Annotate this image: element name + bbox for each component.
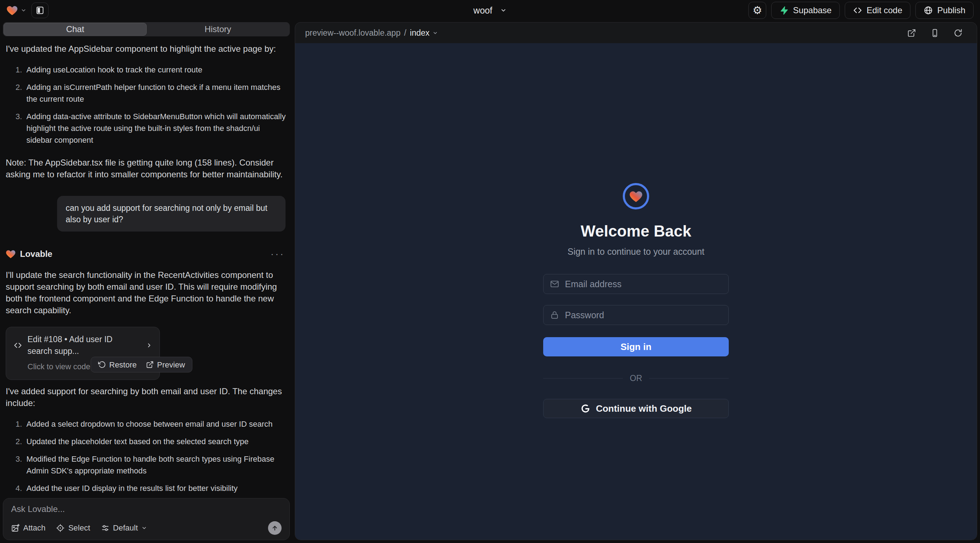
external-link-icon [146, 361, 154, 368]
preview-button[interactable]: Preview [146, 359, 185, 371]
select-label: Select [68, 523, 90, 533]
settings-button[interactable]: ⚙ [748, 2, 766, 19]
lovable-heart-icon [6, 249, 16, 259]
attach-label: Attach [23, 523, 45, 533]
code-icon [13, 341, 22, 349]
list-item: Updated the placeholder text based on th… [24, 436, 287, 448]
lock-icon [550, 310, 559, 320]
publish-button[interactable]: Publish [915, 2, 974, 19]
preview-url: preview--woof.lovable.app [305, 28, 401, 38]
top-bar: woof ⚙ Supabase Edit code Publish [0, 0, 980, 21]
chevron-down-icon [433, 30, 438, 36]
assistant-message-header: Lovable ··· [6, 248, 287, 260]
assistant-message-list: Adding useLocation hook to track the cur… [6, 64, 287, 146]
tab-history[interactable]: History [147, 23, 289, 36]
sliders-icon [101, 524, 110, 532]
select-button[interactable]: Select [56, 523, 90, 533]
page-subtitle: Sign in to continue to your account [568, 246, 705, 257]
assistant-message-body: I've added support for searching by both… [6, 385, 287, 409]
email-field[interactable] [543, 274, 729, 294]
supabase-label: Supabase [793, 5, 832, 15]
edit-card-toolbar: Restore Preview [91, 357, 192, 373]
chat-panel: Chat History I've updated the AppSidebar… [0, 21, 293, 543]
list-item: Adding useLocation hook to track the cur… [24, 64, 287, 76]
chat-history-tabs: Chat History [3, 22, 290, 37]
tab-history-label: History [205, 24, 231, 34]
mail-icon [550, 279, 559, 289]
list-item: Modified the Edge Function to handle bot… [24, 453, 287, 476]
assistant-message-note: Note: The AppSidebar.tsx file is getting… [6, 157, 287, 180]
assistant-message-intro: I'll update the search functionality in … [6, 269, 287, 316]
app-logo [623, 183, 649, 210]
chat-messages: I've updated the AppSidebar component to… [0, 39, 293, 494]
edit-code-label: Edit code [867, 5, 902, 15]
send-button[interactable] [268, 521, 282, 535]
image-plus-icon [11, 524, 20, 532]
panel-icon [35, 6, 45, 15]
google-label: Continue with Google [596, 403, 692, 414]
supabase-bolt-icon [780, 6, 789, 15]
list-item: Added a select dropdown to choose betwee… [24, 418, 287, 430]
page-title: Welcome Back [581, 222, 691, 240]
code-icon [853, 6, 862, 15]
restore-icon [98, 361, 106, 368]
supabase-button[interactable]: Supabase [771, 2, 840, 19]
signin-card: Welcome Back Sign in to continue to your… [543, 183, 729, 540]
chat-composer: Attach Select Default [3, 498, 290, 540]
or-label: OR [630, 373, 643, 383]
chevron-down-icon [500, 7, 506, 14]
email-input[interactable] [565, 279, 722, 289]
attach-button[interactable]: Attach [11, 523, 45, 533]
list-item: Adding an isCurrentPath helper function … [24, 81, 287, 105]
project-name: woof [474, 5, 493, 16]
assistant-author: Lovable [20, 248, 52, 260]
or-divider: OR [543, 373, 729, 383]
tab-chat[interactable]: Chat [3, 23, 147, 36]
page-name: index [410, 28, 430, 38]
sign-in-button[interactable]: Sign in [543, 337, 729, 356]
publish-label: Publish [937, 5, 966, 15]
preview-header: preview--woof.lovable.app / index [295, 22, 977, 43]
globe-icon [924, 6, 933, 15]
lovable-heart-icon [6, 5, 18, 16]
restore-button[interactable]: Restore [98, 359, 137, 371]
google-icon [580, 403, 590, 413]
edit-card-wrapper: Edit #108 • Add user ID search supp... C… [6, 327, 287, 373]
assistant-message-intro: I've updated the AppSidebar component to… [6, 43, 287, 55]
user-message-bubble: can you add support for searching not on… [57, 196, 285, 232]
mode-label: Default [113, 523, 138, 533]
preview-label: Preview [157, 359, 185, 371]
target-icon [56, 524, 65, 532]
edit-card-title: Edit #108 • Add user ID search supp... [27, 333, 136, 357]
mode-selector[interactable]: Default [101, 523, 147, 533]
gear-icon: ⚙ [752, 5, 762, 16]
page-selector[interactable]: index [410, 28, 438, 38]
message-menu-button[interactable]: ··· [270, 248, 287, 260]
google-sign-in-button[interactable]: Continue with Google [543, 399, 729, 418]
arrow-up-icon [271, 524, 278, 532]
lovable-logo-menu[interactable] [6, 5, 26, 16]
password-input[interactable] [565, 310, 722, 321]
list-item: Adding data-active attribute to SidebarM… [24, 111, 287, 146]
toggle-sidebar-button[interactable] [32, 3, 49, 18]
restore-label: Restore [109, 359, 137, 371]
preview-viewport: Welcome Back Sign in to continue to your… [295, 43, 977, 540]
password-field[interactable] [543, 305, 729, 325]
preview-panel: preview--woof.lovable.app / index [295, 22, 977, 540]
project-selector[interactable]: woof [474, 0, 507, 21]
chevron-down-icon [21, 8, 26, 13]
heart-icon [629, 190, 643, 203]
refresh-button[interactable] [954, 29, 963, 38]
tab-chat-label: Chat [66, 24, 84, 34]
open-in-new-tab-button[interactable] [907, 29, 916, 38]
mobile-view-button[interactable] [931, 29, 939, 38]
chevron-down-icon [141, 525, 147, 531]
chevron-right-icon [146, 342, 153, 349]
list-item: Added the user ID display in the results… [24, 482, 287, 494]
edit-code-button[interactable]: Edit code [845, 2, 910, 19]
assistant-message-list: Added a select dropdown to choose betwee… [6, 418, 287, 494]
chat-input[interactable] [11, 504, 282, 518]
url-separator: / [404, 28, 406, 38]
